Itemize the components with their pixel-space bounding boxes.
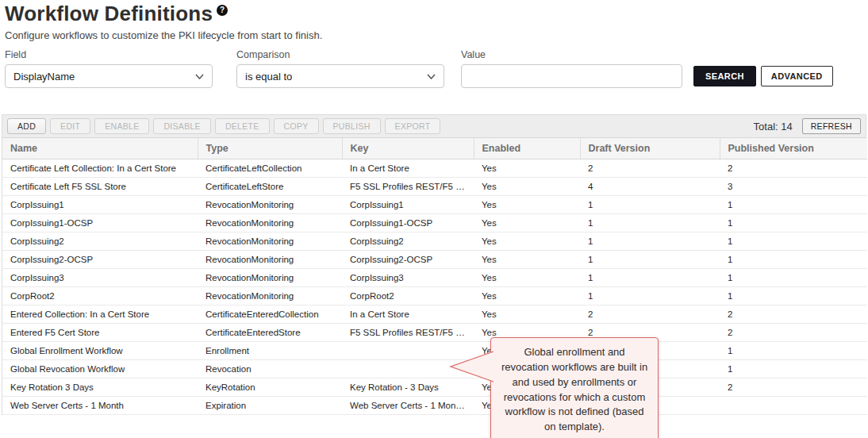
column-header-draft-version[interactable]: Draft Version [580,138,720,159]
cell-name: Global Enrollment Workflow [2,342,198,360]
table-row[interactable]: CorpIssuing2-OCSPRevocationMonitoringCor… [2,251,867,269]
column-header-published-version[interactable]: Published Version [720,138,867,159]
cell-published-version: 1 [720,196,867,214]
page-title: Workflow Definitions [5,2,213,26]
cell-draft-version: 4 [580,178,720,196]
cell-enabled: Yes [474,287,580,305]
cell-key: CorpIssuing2 [342,232,474,251]
cell-name: Certificate Left F5 SSL Store [2,178,198,196]
callout-arrow-path [451,352,494,382]
toolbar-button-delete: DELETE [215,118,270,134]
column-header-key[interactable]: Key [342,138,474,159]
table-header-row: NameTypeKeyEnabledDraft VersionPublished… [2,138,867,159]
field-select[interactable]: DisplayName [5,64,213,88]
total-count: Total: 14 [754,121,793,133]
callout-arrow [448,350,494,383]
column-header-enabled[interactable]: Enabled [474,138,580,159]
comparison-label: Comparison [236,49,444,60]
column-header-name[interactable]: Name [2,138,198,159]
cell-enabled: Yes [474,196,580,214]
info-callout-text: Global enrollment and revocation workflo… [501,346,647,432]
search-button[interactable]: SEARCH [693,66,756,86]
cell-type: CertificateLeftCollection [198,159,342,178]
cell-enabled: Yes [474,214,580,232]
cell-type: RevocationMonitoring [198,214,342,232]
cell-type: CertificateEnteredStore [198,324,342,342]
search-bar: Field DisplayName Comparison is equal to… [5,49,866,88]
table-row[interactable]: CorpRoot2RevocationMonitoringCorpRoot2Ye… [2,287,867,305]
cell-key: F5 SSL Profiles REST/F5 SSL [342,324,474,342]
cell-draft-version: 1 [580,232,720,251]
toolbar-button-enable: ENABLE [94,118,149,134]
cell-name: CorpIssuing1 [2,196,198,214]
cell-type: CertificateEnteredCollection [198,305,342,324]
table-row[interactable]: Global Revocation WorkflowRevocation1 [2,360,867,378]
chevron-down-icon [427,74,436,79]
cell-name: CorpIssuing2 [2,232,198,251]
help-icon[interactable]: ? [217,5,228,16]
table-row[interactable]: Certificate Left F5 SSL StoreCertificate… [2,178,867,196]
toolbar-button-disable: DISABLE [153,118,210,134]
cell-draft-version: 1 [580,214,720,232]
cell-published-version: 1 [720,287,867,305]
chevron-down-icon [195,74,204,79]
field-label: Field [5,49,213,60]
table-row[interactable]: Entered F5 Cert StoreCertificateEnteredS… [2,324,867,342]
cell-enabled: Yes [474,251,580,269]
cell-key: In a Cert Store [342,305,474,324]
cell-key: CorpIssuing1-OCSP [342,214,474,232]
cell-enabled: Yes [474,269,580,287]
cell-published-version: 1 [720,360,867,378]
column-header-type[interactable]: Type [198,138,342,159]
toolbar-button-copy: COPY [274,118,319,134]
cell-published-version: 3 [720,178,867,196]
cell-draft-version: 2 [580,159,720,178]
table-row[interactable]: Global Enrollment WorkflowEnrollmentYes1 [2,342,867,360]
table-row[interactable]: Certificate Left Collection: In a Cert S… [2,159,867,178]
cell-name: CorpIssuing1-OCSP [2,214,198,232]
table-row[interactable]: CorpIssuing3RevocationMonitoringCorpIssu… [2,269,867,287]
cell-key: Web Server Certs - 1 Month … [342,397,474,415]
cell-published-version: 2 [720,378,867,397]
toolbar-button-publish: PUBLISH [323,118,381,134]
value-input[interactable] [461,64,682,88]
cell-type: Expiration [198,397,342,415]
comparison-select[interactable]: is equal to [236,64,444,88]
grid-toolbar: ADDEDITENABLEDISABLEDELETECOPYPUBLISHEXP… [2,115,866,138]
cell-draft-version: 1 [580,196,720,214]
cell-name: CorpIssuing2-OCSP [2,251,198,269]
table-row[interactable]: CorpIssuing1RevocationMonitoringCorpIssu… [2,196,867,214]
cell-name: Web Server Certs - 1 Month [2,397,198,415]
toolbar-button-add[interactable]: ADD [7,118,46,134]
cell-draft-version: 1 [580,287,720,305]
cell-name: Global Revocation Workflow [2,360,198,378]
cell-type: CertificateLeftStore [198,178,342,196]
info-callout: Global enrollment and revocation workflo… [490,337,659,438]
cell-published-version: 1 [720,342,867,360]
cell-name: CorpRoot2 [2,287,198,305]
cell-enabled: Yes [474,178,580,196]
cell-published-version [720,397,867,415]
cell-published-version: 1 [720,214,867,232]
refresh-button[interactable]: REFRESH [802,118,861,134]
table-row[interactable]: Web Server Certs - 1 MonthExpirationWeb … [2,397,867,415]
workflow-table: NameTypeKeyEnabledDraft VersionPublished… [2,138,867,415]
cell-enabled: Yes [474,159,580,178]
cell-draft-version: 2 [580,305,720,324]
table-row[interactable]: CorpIssuing2RevocationMonitoringCorpIssu… [2,232,867,251]
cell-name: Key Rotation 3 Days [2,378,198,397]
cell-type: RevocationMonitoring [198,287,342,305]
cell-published-version: 2 [720,305,867,324]
cell-key: CorpIssuing3 [342,269,474,287]
table-row[interactable]: Entered Collection: In a Cert StoreCerti… [2,305,867,324]
table-row[interactable]: CorpIssuing1-OCSPRevocationMonitoringCor… [2,214,867,232]
cell-name: Entered Collection: In a Cert Store [2,305,198,324]
advanced-button[interactable]: ADVANCED [761,66,833,86]
cell-type: RevocationMonitoring [198,196,342,214]
cell-enabled: Yes [474,305,580,324]
cell-published-version: 2 [720,159,867,178]
table-row[interactable]: Key Rotation 3 DaysKeyRotationKey Rotati… [2,378,867,397]
cell-draft-version: 1 [580,251,720,269]
cell-draft-version: 1 [580,269,720,287]
comparison-select-value: is equal to [245,71,292,83]
